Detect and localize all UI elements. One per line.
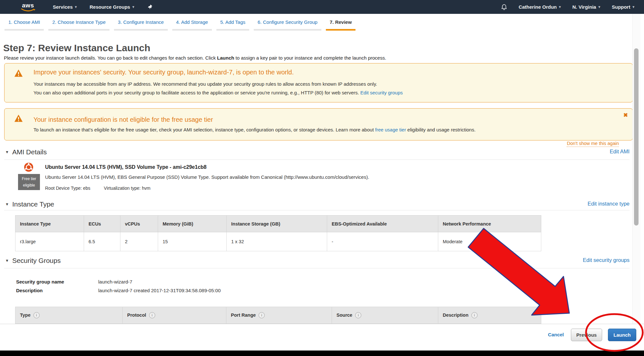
tab-label: 1. Choose AMI	[8, 19, 40, 25]
column-header: EBS-Optimized Available	[327, 216, 438, 232]
instance-type-table: Instance Type ECUs vCPUs Memory (GiB) In…	[15, 215, 541, 251]
ami-details-section-header: ▼AMI Details Edit AMI	[5, 148, 630, 156]
chevron-down-icon: ▾	[598, 5, 600, 9]
close-icon[interactable]: ✖	[623, 112, 628, 119]
free-tier-badge-line2: eligible	[18, 183, 40, 188]
free-tier-warning-box: Your instance configuration is not eligi…	[4, 108, 633, 140]
ami-root-device: Root Device Type: ebs	[45, 186, 90, 191]
column-header-protocol: Protocoli	[123, 307, 226, 324]
top-nav: aws Services ▾ Resource Groups ▾	[0, 0, 644, 14]
free-tier-warning-body: To launch an instance that's eligible fo…	[33, 127, 476, 132]
aws-smile-icon	[21, 8, 35, 12]
page-title: Step 7: Review Instance Launch	[3, 43, 150, 53]
column-header-label: Source	[336, 313, 352, 318]
info-icon[interactable]: i	[149, 312, 155, 318]
notifications-button[interactable]	[501, 4, 507, 10]
security-group-name-label: Security group name	[16, 279, 64, 284]
launch-button[interactable]: Launch	[608, 329, 636, 341]
account-name: Catherine Ordun	[519, 4, 557, 10]
security-group-description-value: launch-wizard-7 created 2017-12-31T09:34…	[98, 288, 221, 293]
support-menu[interactable]: Support ▾	[612, 4, 634, 10]
section-divider	[4, 268, 630, 268]
tab-add-tags[interactable]: 5. Add Tags	[216, 19, 249, 31]
aws-logo-text: aws	[22, 2, 34, 8]
vertical-scrollbar-track[interactable]	[632, 14, 640, 324]
nav-resource-groups-menu[interactable]: Resource Groups ▾	[90, 4, 134, 10]
column-header: vCPUs	[120, 216, 158, 232]
nav-services-label: Services	[53, 4, 73, 10]
column-header-description: Descriptioni	[438, 307, 541, 324]
chevron-down-icon: ▾	[632, 5, 634, 9]
free-tier-badge-line1: Free tier	[18, 177, 40, 181]
info-icon[interactable]: i	[33, 312, 40, 318]
pin-icon	[147, 4, 153, 10]
region-menu[interactable]: N. Virginia ▾	[573, 4, 600, 10]
table-row: r3.large 6.5 2 15 1 x 32 - Moderate	[15, 232, 541, 251]
instance-type-heading-label: Instance Type	[12, 200, 54, 208]
tab-label: 7. Review	[330, 19, 352, 25]
top-nav-left: aws Services ▾ Resource Groups ▾	[0, 2, 153, 12]
collapse-triangle-icon[interactable]: ▼	[5, 202, 9, 207]
vertical-scrollbar-thumb[interactable]	[634, 48, 639, 226]
edit-security-groups-link[interactable]: Edit security groups	[360, 90, 403, 95]
edit-ami-link[interactable]: Edit AMI	[610, 149, 630, 155]
pin-shortcut-button[interactable]	[147, 4, 153, 10]
page-subtitle: Please review your instance launch detai…	[4, 55, 386, 61]
aws-console-screen: aws Services ▾ Resource Groups ▾	[0, 0, 644, 356]
edit-instance-type-link[interactable]: Edit instance type	[588, 201, 630, 207]
security-warning-box: Improve your instances' security. Your s…	[4, 63, 633, 102]
rules-header-row: Typei Protocoli Port Rangei Sourcei Desc…	[15, 307, 541, 324]
tab-choose-ami[interactable]: 1. Choose AMI	[5, 19, 44, 31]
tab-label: 6. Configure Security Group	[258, 19, 317, 25]
cell-memory: 15	[158, 232, 227, 251]
column-header-type: Typei	[15, 307, 123, 324]
free-tier-body-text: To launch an instance that's eligible fo…	[33, 127, 375, 132]
info-icon[interactable]: i	[471, 312, 478, 318]
chevron-down-icon: ▾	[132, 5, 134, 9]
ami-meta: Root Device Type: ebs Virtualization typ…	[45, 186, 150, 191]
free-tier-warning-title: Your instance configuration is not eligi…	[33, 116, 213, 123]
nav-services-menu[interactable]: Services ▾	[53, 4, 77, 10]
chevron-down-icon: ▾	[559, 5, 561, 9]
column-header-source: Sourcei	[332, 307, 438, 324]
instance-type-header-row: Instance Type ECUs vCPUs Memory (GiB) In…	[15, 216, 541, 232]
security-groups-heading: ▼Security Groups	[5, 257, 61, 265]
cancel-button[interactable]: Cancel	[548, 332, 564, 337]
tab-configure-security-group[interactable]: 6. Configure Security Group	[254, 19, 321, 31]
account-menu[interactable]: Catherine Ordun ▾	[519, 4, 561, 10]
nav-resource-groups-label: Resource Groups	[90, 4, 130, 10]
security-groups-heading-label: Security Groups	[12, 257, 61, 265]
instance-type-heading: ▼Instance Type	[5, 200, 54, 208]
info-icon[interactable]: i	[355, 312, 361, 318]
section-divider	[4, 159, 630, 160]
tab-review[interactable]: 7. Review	[326, 19, 355, 31]
subtitle-launch-word: Launch	[217, 55, 234, 61]
column-header-label: Type	[20, 313, 31, 318]
security-warning-line2: You can also open additional ports in yo…	[33, 90, 403, 95]
ami-name: Ubuntu Server 14.04 LTS (HVM), SSD Volum…	[45, 164, 206, 170]
tab-label: 4. Add Storage	[176, 19, 208, 25]
tab-choose-instance-type[interactable]: 2. Choose Instance Type	[48, 19, 109, 31]
previous-button[interactable]: Previous	[571, 329, 602, 341]
ami-details-heading-label: AMI Details	[12, 148, 47, 156]
tab-configure-instance[interactable]: 3. Configure Instance	[114, 19, 168, 31]
free-usage-tier-link[interactable]: free usage tier	[375, 127, 406, 132]
info-icon[interactable]: i	[259, 312, 265, 318]
dont-show-again-link[interactable]: Don't show me this again	[567, 141, 619, 147]
free-tier-badge: Free tier eligible	[18, 174, 40, 190]
subtitle-text: to assign a key pair to your instance an…	[234, 55, 386, 61]
column-header: ECUs	[84, 216, 120, 232]
aws-logo[interactable]: aws	[21, 2, 35, 12]
cell-vcpus: 2	[120, 232, 158, 251]
cell-network-performance: Moderate	[438, 232, 541, 251]
top-nav-right: Catherine Ordun ▾ N. Virginia ▾ Support …	[501, 4, 644, 10]
collapse-triangle-icon[interactable]: ▼	[5, 150, 9, 154]
ami-virtualization: Virtualization type: hvm	[104, 186, 150, 191]
security-warning-line2-text: You can also open additional ports in yo…	[33, 90, 360, 95]
edit-security-groups-link[interactable]: Edit security groups	[583, 257, 630, 263]
tab-label: 2. Choose Instance Type	[52, 19, 106, 25]
collapse-triangle-icon[interactable]: ▼	[5, 258, 9, 263]
cell-ecus: 6.5	[84, 232, 120, 251]
tab-add-storage[interactable]: 4. Add Storage	[172, 19, 212, 31]
tab-label: 5. Add Tags	[220, 19, 245, 25]
